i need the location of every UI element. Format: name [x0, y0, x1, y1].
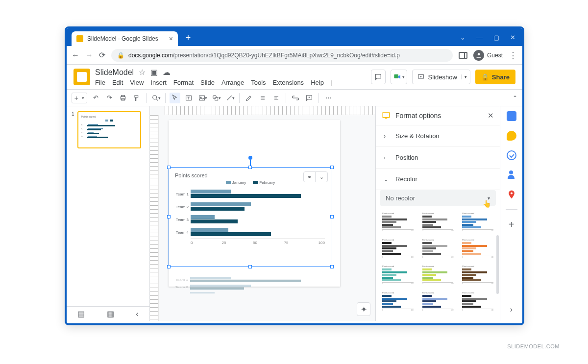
close-panel-icon[interactable]: ✕ — [488, 111, 494, 120]
recolor-swatch[interactable]: Points scored0100 — [420, 263, 456, 285]
link-button[interactable] — [290, 93, 301, 103]
new-slide-button[interactable]: +▾ — [72, 93, 87, 103]
move-icon[interactable]: ▣ — [150, 68, 158, 77]
resize-handle[interactable] — [167, 166, 171, 169]
resize-handle[interactable] — [330, 166, 334, 169]
window-controls: ⌄ — ▢ ✕ — [460, 34, 522, 46]
menu-slide[interactable]: Slide — [200, 79, 215, 86]
select-tool[interactable] — [170, 93, 180, 103]
slideshow-button[interactable]: Slideshow ▾ — [412, 70, 470, 84]
browser-tab[interactable]: SlideModel - Google Slides × — [72, 31, 178, 46]
image-tool[interactable]: ▾ — [197, 93, 208, 103]
print-button[interactable] — [118, 93, 128, 103]
chevron-right-icon: › — [384, 154, 390, 161]
cloud-icon[interactable]: ☁ — [163, 68, 171, 77]
resize-handle[interactable] — [330, 215, 334, 218]
shape-tool[interactable]: ▾ — [211, 93, 221, 103]
section-recolor[interactable]: ⌄Recolor — [376, 169, 500, 190]
section-size-rotation[interactable]: ›Size & Rotation — [376, 125, 500, 147]
canvas[interactable]: ⚭⌄ Points scored January February Team 1… — [150, 106, 375, 321]
chevron-down-icon[interactable]: ⌄ — [460, 34, 466, 41]
paint-format-button[interactable] — [131, 93, 142, 103]
menu-format[interactable]: Format — [173, 79, 194, 86]
collapse-thumbs-icon[interactable]: ‹ — [136, 310, 138, 318]
recolor-swatch[interactable]: Points scored0100 — [380, 210, 416, 232]
forward-icon[interactable]: → — [85, 51, 93, 60]
chart-link-controls[interactable]: ⚭⌄ — [303, 171, 328, 182]
collapse-toolbar-icon[interactable]: ⌃ — [513, 95, 517, 101]
recolor-swatch[interactable]: Points scored0100 — [420, 289, 456, 312]
new-tab-button[interactable]: + — [182, 31, 195, 44]
hide-sidebar-icon[interactable]: › — [507, 305, 516, 315]
unlink-button[interactable] — [257, 93, 268, 103]
calendar-icon[interactable] — [507, 111, 516, 121]
recolor-swatch[interactable]: Points scored0100 — [460, 236, 496, 259]
grid-view-icon[interactable]: ▦ — [107, 309, 114, 318]
meet-button[interactable]: ▾ — [391, 70, 407, 84]
menu-file[interactable]: File — [95, 79, 105, 86]
menu-extensions[interactable]: Extensions — [273, 79, 304, 86]
star-icon[interactable]: ☆ — [139, 68, 146, 77]
recolor-swatch[interactable]: Points scored0100 — [420, 210, 456, 232]
slide-thumbnail[interactable]: 1 Points scored T1T2T3T4 — [72, 111, 145, 148]
keep-icon[interactable] — [507, 131, 516, 141]
slides-logo[interactable] — [74, 69, 90, 85]
redo-button[interactable]: ↷ — [104, 93, 115, 103]
slides-favicon — [76, 35, 83, 42]
comments-button[interactable] — [371, 70, 386, 84]
close-tab-icon[interactable]: × — [169, 35, 173, 43]
resize-handle[interactable] — [248, 265, 252, 268]
sidepanel-icon[interactable] — [459, 52, 467, 59]
contacts-icon[interactable] — [507, 170, 516, 180]
more-tools-button[interactable]: ⋯ — [323, 93, 334, 103]
menu-arrange[interactable]: Arrange — [221, 79, 244, 86]
back-icon[interactable]: ← — [72, 51, 79, 60]
filmstrip-view-icon[interactable]: ▤ — [77, 309, 85, 318]
recolor-swatch[interactable]: Points scored0100 — [380, 289, 416, 312]
resize-handle[interactable] — [167, 265, 171, 268]
url-input[interactable]: 🔒 docs.google.com/presentation/d/1Qqd92Q… — [111, 49, 453, 62]
menu-tools[interactable]: Tools — [251, 79, 266, 86]
explore-button[interactable]: ✦ — [357, 302, 370, 316]
scrollbar[interactable] — [496, 235, 499, 294]
minimize-icon[interactable]: — — [476, 34, 483, 41]
recolor-swatch[interactable]: Points scored0100 — [380, 263, 416, 285]
recolor-swatch[interactable]: Points scored0100 — [460, 210, 496, 232]
svg-point-7 — [152, 95, 156, 99]
side-addon-bar: + › — [500, 106, 522, 321]
menu-help[interactable]: Help — [311, 79, 324, 86]
link-icon[interactable]: ⚭ — [304, 172, 316, 182]
maximize-icon[interactable]: ▢ — [493, 34, 499, 41]
menu-view[interactable]: View — [130, 79, 144, 86]
close-window-icon[interactable]: ✕ — [510, 34, 515, 41]
browser-menu-icon[interactable]: ⋮ — [509, 53, 517, 58]
chart-object[interactable]: ⚭⌄ Points scored January February Team 1… — [169, 167, 332, 267]
share-button[interactable]: 🔒 Share — [475, 70, 515, 84]
recolor-swatch[interactable]: Points scored0100 — [460, 263, 496, 285]
edit-link-button[interactable] — [244, 93, 254, 103]
menu-insert[interactable]: Insert — [150, 79, 167, 86]
line-tool[interactable]: ▾ — [224, 93, 235, 103]
textbox-tool[interactable] — [183, 93, 194, 103]
comment-button[interactable] — [304, 93, 315, 103]
resize-handle[interactable] — [330, 265, 334, 268]
rotate-handle[interactable] — [248, 156, 252, 160]
resize-handle[interactable] — [167, 215, 171, 218]
profile-chip[interactable]: Guest — [473, 50, 503, 61]
resize-handle[interactable] — [248, 166, 252, 169]
add-addon-button[interactable]: + — [507, 219, 516, 229]
chevron-down-icon[interactable]: ⌄ — [316, 172, 327, 182]
zoom-button[interactable]: ▾ — [150, 93, 161, 103]
doc-title[interactable]: SlideModel — [95, 68, 134, 77]
section-position[interactable]: ›Position — [376, 147, 500, 169]
recolor-swatch[interactable]: Points scored0100 — [460, 289, 496, 312]
maps-icon[interactable] — [507, 190, 516, 199]
undo-button[interactable]: ↶ — [90, 93, 101, 103]
tasks-icon[interactable] — [507, 150, 516, 160]
reload-icon[interactable]: ⟳ — [99, 50, 105, 60]
recolor-swatch[interactable]: Points scored0100 — [420, 236, 456, 259]
open-source-button[interactable] — [271, 93, 282, 103]
menu-edit[interactable]: Edit — [112, 79, 123, 86]
recolor-swatch[interactable]: Points scored0100 — [380, 236, 416, 259]
recolor-dropdown[interactable]: No recolor ▾ 👆 — [380, 190, 496, 206]
